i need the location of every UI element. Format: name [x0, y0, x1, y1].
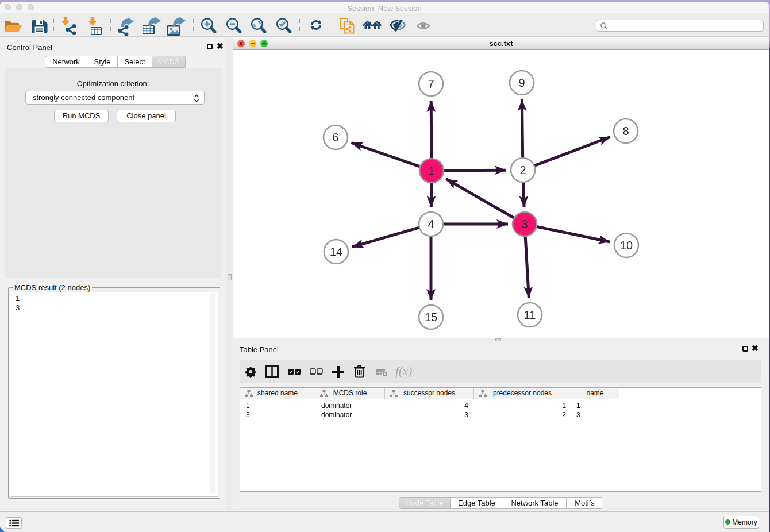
- svg-text:2: 2: [519, 164, 526, 176]
- svg-text:14: 14: [330, 245, 342, 258]
- svg-text:10: 10: [620, 239, 633, 252]
- svg-text:11: 11: [524, 309, 536, 321]
- svg-text:1: 1: [428, 164, 434, 177]
- svg-text:3: 3: [521, 218, 528, 230]
- svg-text:7: 7: [428, 78, 434, 90]
- svg-text:15: 15: [425, 311, 437, 323]
- svg-text:6: 6: [332, 131, 338, 144]
- svg-text:8: 8: [622, 125, 629, 137]
- svg-text:4: 4: [428, 218, 434, 230]
- svg-text:9: 9: [518, 76, 525, 89]
